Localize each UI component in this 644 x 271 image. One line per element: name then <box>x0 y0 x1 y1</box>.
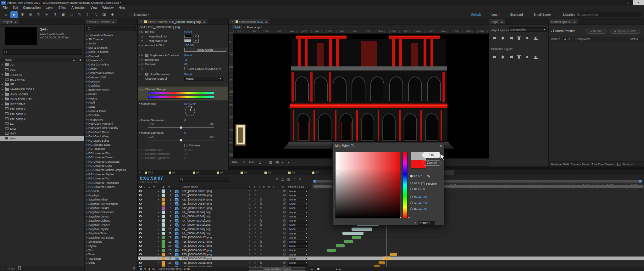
shy-icon[interactable]: ♙ <box>248 240 251 243</box>
render-button[interactable]: ▸Render <box>586 29 607 34</box>
current-time-display[interactable]: 0:01:59:07 <box>140 176 163 181</box>
hue-handle-right-icon[interactable]: ◂ <box>408 216 409 219</box>
stopwatch-icon[interactable]: ◷ <box>141 67 144 70</box>
magnification-menu[interactable]: 50%▾ <box>231 161 240 164</box>
stopwatch-icon[interactable]: ◷ <box>141 44 144 47</box>
twirl-icon[interactable]: ▸ <box>1 98 4 100</box>
twirl-icon[interactable]: ▸ <box>158 257 159 260</box>
effects-category-sapphire-lighting[interactable]: ▸Sapphire Lighting <box>85 219 137 223</box>
effects-category-rg-universe-text[interactable]: ▸RG Universe Text <box>85 177 137 181</box>
close-button[interactable]: × <box>633 0 644 5</box>
camera-view-icon[interactable]: ▣ <box>275 160 279 164</box>
quality-icon[interactable]: ∕ <box>255 228 256 231</box>
align-to-dropdown[interactable]: Composition▾ <box>509 27 547 32</box>
color-component-r-rgb[interactable]: R:22,745 <box>410 195 427 198</box>
effects-category-rg-vfx[interactable]: ▸RG VFX <box>85 189 137 193</box>
effects-category-channel[interactable]: ▸Channel <box>85 54 137 58</box>
twirl-icon[interactable]: ▸ <box>158 240 159 243</box>
color-component-b[interactable]: B:69% <box>410 187 425 190</box>
twirl-icon[interactable]: ▸ <box>86 190 88 193</box>
effects-category--animation-presets[interactable]: ▸* Animation Presets <box>85 33 137 37</box>
effects-category-blur-sharpen[interactable]: ▸Blur & Sharpen <box>85 46 137 50</box>
quality-icon[interactable]: ∕ <box>255 215 256 218</box>
twirl-icon[interactable]: ▸ <box>1 103 4 105</box>
quality-icon[interactable]: ∕ <box>255 189 256 193</box>
menu-composition[interactable]: Composition <box>20 5 43 10</box>
effects-category-sapphire-time[interactable]: ▸Sapphire Time <box>85 231 137 235</box>
snapping-control[interactable]: Snapping ▾ <box>129 13 149 16</box>
parent-link-dropdown[interactable]: None▾ <box>288 194 308 197</box>
twirl-icon[interactable]: ▸ <box>86 253 88 256</box>
layer-label-color[interactable] <box>162 261 165 265</box>
effects-category-rg-universe-glow[interactable]: ▸RG Universe Glow <box>85 164 137 168</box>
visibility-eye-icon[interactable] <box>139 245 142 247</box>
layer-label-color[interactable] <box>162 215 165 218</box>
timeline-tab-a1[interactable]: A1 <box>167 170 191 175</box>
viewer-ruler-vertical[interactable]: 0100200300400500600700800900 <box>229 30 233 158</box>
motion-blur-icon[interactable]: ◔ <box>293 177 296 181</box>
effects-category-rg-universe-transitions[interactable]: ▸RG Universe Transitions <box>85 181 137 185</box>
effects-category-simulation[interactable]: ▸Simulation <box>85 240 137 244</box>
property-colorize[interactable]: Colorize <box>138 143 228 147</box>
layer-row-18[interactable]: ▸18F35_[00000-00315].png♙∕fx@None▾ <box>138 261 644 265</box>
twirl-icon[interactable]: ▸ <box>86 131 88 133</box>
parent-pickwhip-icon[interactable]: @ <box>283 206 286 210</box>
timeline-search-input[interactable] <box>179 177 229 182</box>
visibility-eye-icon[interactable] <box>139 249 142 251</box>
menu-layer[interactable]: Layer <box>43 5 56 10</box>
layer-duration-bar[interactable] <box>390 253 397 256</box>
hue-strip[interactable] <box>402 152 408 218</box>
fx-icon[interactable]: fx <box>260 211 262 214</box>
layer-label-color[interactable] <box>162 219 165 223</box>
pan-camera-tool[interactable]: ✛ <box>43 11 51 18</box>
ok-button[interactable]: OK <box>422 152 441 158</box>
visibility-eye-icon[interactable] <box>139 262 142 264</box>
menu-view[interactable]: View <box>88 5 100 10</box>
parent-pickwhip-icon[interactable]: @ <box>283 257 286 260</box>
render-time-pane-icon[interactable]: ▤ <box>152 267 155 270</box>
bpc-button[interactable]: 16 bpc <box>7 267 15 270</box>
effects-category-keying[interactable]: ▸Keying <box>85 96 137 100</box>
layer-row-17[interactable]: ▸17F35_[00000-00315].png♙∕fx@None▾ <box>138 257 644 261</box>
component-radio[interactable] <box>410 207 413 210</box>
twirl-icon[interactable]: ▸ <box>86 118 88 121</box>
use-legacy-checkbox[interactable] <box>184 67 187 70</box>
parent-link-dropdown[interactable]: None▾ <box>288 253 308 256</box>
project-item-precomp[interactable]: ▸PRECOMP <box>0 102 84 106</box>
type-tool[interactable]: T <box>84 11 92 18</box>
menu-effect[interactable]: Effect <box>56 5 69 10</box>
effect-header-tint[interactable]: ▾fxTint Reset <box>138 30 228 34</box>
shy-icon[interactable]: ♙ <box>248 253 251 256</box>
parent-pickwhip-icon[interactable]: @ <box>283 211 286 214</box>
fx-icon[interactable]: fx <box>260 228 262 231</box>
quality-icon[interactable]: ∕ <box>255 219 256 222</box>
property-use-legacy[interactable]: ◷ Use Legacy (supports H <box>138 66 228 71</box>
cancel-button[interactable]: Cancel <box>422 160 441 166</box>
project-item-sa4[interactable]: SA4 <box>0 136 84 141</box>
parent-pickwhip-icon[interactable]: @ <box>283 194 286 197</box>
twirl-icon[interactable]: ▸ <box>158 245 159 247</box>
component-value[interactable]: 0 <box>418 181 420 184</box>
breadcrumb-comp-button[interactable]: SA4 <box>232 25 242 29</box>
quality-icon[interactable]: ∕ <box>255 223 256 226</box>
layer-row-14[interactable]: ▸14F56_[00000-00417].png♙∕fx@None▾ <box>138 244 644 248</box>
layer-label-color[interactable] <box>162 198 165 201</box>
composition-canvas[interactable] <box>233 34 489 158</box>
list-view-icon[interactable]: ≡ <box>3 267 4 270</box>
project-item-aa[interactable]: ▸AA∴ <box>0 62 84 67</box>
twirl-icon[interactable]: ▸ <box>158 198 159 201</box>
project-item-sa2[interactable]: SA2 <box>0 126 84 131</box>
quality-icon[interactable]: ∕ <box>255 240 256 243</box>
effects-search-input[interactable] <box>86 26 136 31</box>
twirl-icon[interactable]: ▸ <box>86 34 88 37</box>
master-saturation-value[interactable]: 0 <box>184 118 186 122</box>
reset-link[interactable]: Reset <box>184 30 192 34</box>
channel-range-bar-bottom[interactable] <box>148 96 214 99</box>
twirl-icon[interactable]: ▸ <box>86 181 88 184</box>
trash-icon[interactable] <box>18 267 21 270</box>
tab-render-queue[interactable]: Render Queue≡ <box>549 19 578 24</box>
twirl-icon[interactable]: ▸ <box>86 206 88 209</box>
fx-icon[interactable]: fx <box>260 253 262 256</box>
parent-pickwhip-icon[interactable]: @ <box>283 261 286 264</box>
property-map-black-to[interactable]: ◷Map Black To ✐ <box>138 34 228 38</box>
